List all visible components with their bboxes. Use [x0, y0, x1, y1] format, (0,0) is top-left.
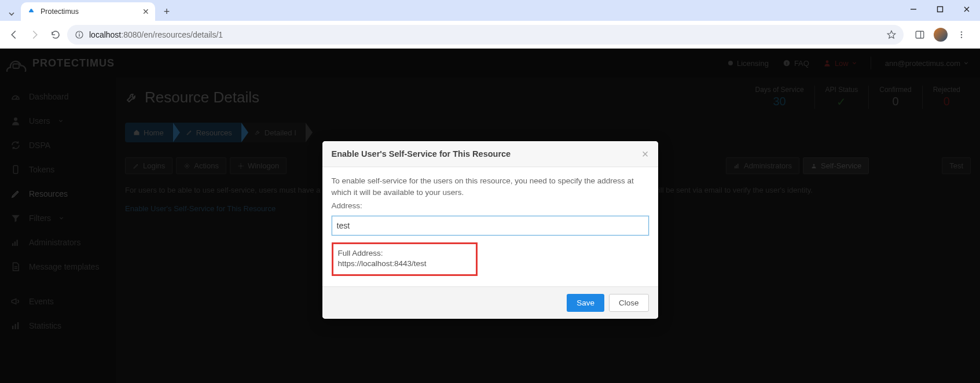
- full-address-highlight: Full Address: https://localhost:8443/tes…: [332, 242, 478, 276]
- new-tab-button[interactable]: +: [159, 3, 175, 20]
- browser-tab-active[interactable]: Protectimus ✕: [21, 2, 155, 21]
- modal-header: Enable User's Self-Service for This Reso…: [322, 141, 658, 167]
- address-input[interactable]: [332, 216, 649, 235]
- tab-title: Protectimus: [41, 8, 138, 16]
- full-address-label: Full Address:: [338, 249, 383, 257]
- svg-point-5: [79, 32, 80, 33]
- minimize-button[interactable]: [900, 0, 927, 19]
- maximize-button[interactable]: [927, 0, 953, 19]
- kebab-menu-icon[interactable]: [952, 25, 971, 44]
- side-panel-icon[interactable]: [911, 25, 929, 44]
- site-info-icon[interactable]: [74, 30, 85, 40]
- address-bar[interactable]: localhost:8080/en/resources/details/1: [67, 25, 904, 45]
- close-window-button[interactable]: [953, 0, 980, 19]
- modal-close-icon[interactable]: ×: [642, 148, 649, 160]
- self-service-modal: Enable User's Self-Service for This Reso…: [322, 141, 658, 319]
- url-text: localhost:8080/en/resources/details/1: [89, 30, 223, 39]
- address-label: Address:: [332, 201, 649, 210]
- browser-chrome: Protectimus ✕ + localhost:8080/en/resour…: [0, 0, 980, 49]
- forward-button[interactable]: [25, 25, 44, 44]
- svg-point-0: [30, 9, 32, 11]
- back-button[interactable]: [5, 25, 23, 44]
- full-address-value: https://localhost:8443/test: [338, 259, 427, 268]
- browser-toolbar: localhost:8080/en/resources/details/1: [0, 21, 980, 49]
- modal-title: Enable User's Self-Service for This Reso…: [332, 149, 511, 159]
- svg-rect-6: [916, 31, 924, 38]
- close-button[interactable]: Close: [609, 294, 649, 312]
- modal-footer: Save Close: [322, 286, 658, 319]
- profile-avatar[interactable]: [934, 28, 948, 42]
- tab-close-icon[interactable]: ✕: [142, 7, 149, 16]
- bookmark-star-icon[interactable]: [886, 30, 897, 40]
- favicon-icon: [27, 7, 36, 16]
- tab-list-chevron[interactable]: [5, 7, 19, 21]
- modal-description: To enable self-service for the users on …: [332, 175, 649, 199]
- save-button[interactable]: Save: [567, 294, 604, 312]
- app-root: PROTECTIMUS Licensing i FAQ Low ann@prot…: [0, 49, 980, 383]
- reload-button[interactable]: [46, 25, 65, 44]
- svg-point-9: [961, 34, 962, 35]
- tab-strip: Protectimus ✕ +: [0, 0, 980, 21]
- svg-point-8: [961, 31, 962, 32]
- window-controls: [900, 0, 980, 19]
- modal-body: To enable self-service for the users on …: [322, 167, 658, 286]
- svg-point-10: [961, 36, 962, 38]
- svg-rect-2: [938, 7, 943, 12]
